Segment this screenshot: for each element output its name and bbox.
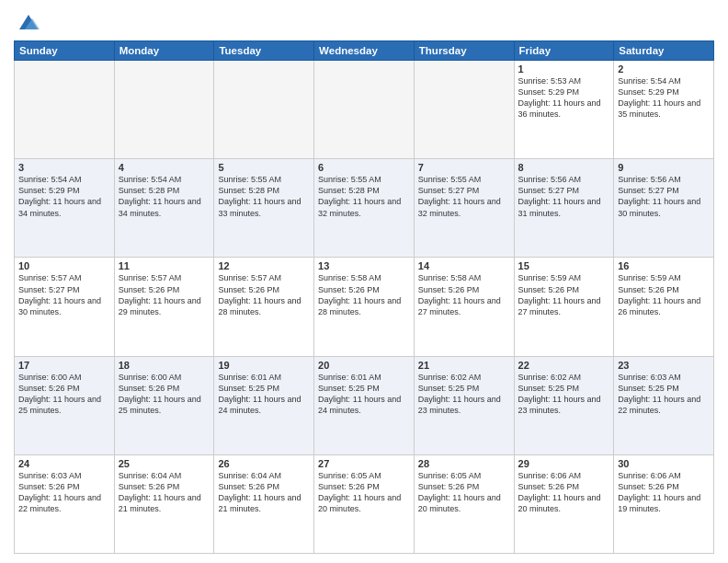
calendar-week-row: 17 Sunrise: 6:00 AM Sunset: 5:26 PM Dayl…: [15, 356, 714, 454]
daylight-label: Daylight: 11 hours and 35 minutes.: [618, 98, 700, 119]
day-number: 12: [218, 260, 310, 271]
day-info: Sunrise: 5:58 AM Sunset: 5:26 PM Dayligh…: [418, 272, 510, 317]
sunset-label: Sunset: 5:25 PM: [318, 384, 380, 393]
sunset-label: Sunset: 5:29 PM: [518, 87, 580, 97]
day-info: Sunrise: 6:02 AM Sunset: 5:25 PM Dayligh…: [418, 372, 510, 417]
header: [14, 9, 714, 35]
calendar-day-header: Tuesday: [214, 41, 314, 61]
daylight-label: Daylight: 11 hours and 23 minutes.: [518, 395, 601, 415]
daylight-label: Daylight: 11 hours and 25 minutes.: [119, 395, 201, 415]
day-info: Sunrise: 6:06 AM Sunset: 5:26 PM Dayligh…: [618, 470, 710, 515]
day-number: 4: [119, 162, 210, 173]
sunrise-label: Sunrise: 6:03 AM: [18, 471, 82, 480]
calendar-cell: 18 Sunrise: 6:00 AM Sunset: 5:26 PM Dayl…: [114, 356, 214, 454]
calendar-cell: 23 Sunrise: 6:03 AM Sunset: 5:25 PM Dayl…: [614, 356, 714, 454]
sunset-label: Sunset: 5:26 PM: [318, 482, 380, 491]
day-number: 15: [518, 260, 610, 271]
calendar-cell: 25 Sunrise: 6:04 AM Sunset: 5:26 PM Dayl…: [114, 454, 214, 553]
daylight-label: Daylight: 11 hours and 28 minutes.: [318, 296, 401, 316]
day-info: Sunrise: 6:03 AM Sunset: 5:25 PM Dayligh…: [618, 372, 710, 417]
day-number: 9: [618, 162, 710, 173]
page: SundayMondayTuesdayWednesdayThursdayFrid…: [0, 0, 728, 563]
sunset-label: Sunset: 5:27 PM: [618, 186, 679, 195]
sunset-label: Sunset: 5:25 PM: [218, 384, 279, 393]
daylight-label: Daylight: 11 hours and 22 minutes.: [18, 493, 101, 513]
daylight-label: Daylight: 11 hours and 20 minutes.: [518, 493, 601, 513]
sunrise-label: Sunrise: 6:00 AM: [18, 373, 82, 382]
daylight-label: Daylight: 11 hours and 26 minutes.: [618, 296, 700, 316]
sunrise-label: Sunrise: 5:57 AM: [218, 273, 281, 282]
day-info: Sunrise: 5:56 AM Sunset: 5:27 PM Dayligh…: [518, 174, 610, 219]
sunrise-label: Sunrise: 6:01 AM: [218, 373, 281, 382]
sunset-label: Sunset: 5:28 PM: [218, 186, 279, 195]
sunrise-label: Sunrise: 5:56 AM: [518, 175, 582, 184]
sunrise-label: Sunrise: 6:06 AM: [618, 471, 681, 480]
calendar-day-header: Monday: [114, 41, 214, 61]
daylight-label: Daylight: 11 hours and 32 minutes.: [418, 197, 501, 217]
day-number: 24: [18, 458, 110, 469]
sunrise-label: Sunrise: 6:04 AM: [119, 471, 182, 480]
day-info: Sunrise: 5:55 AM Sunset: 5:28 PM Dayligh…: [218, 174, 310, 219]
sunrise-label: Sunrise: 5:53 AM: [518, 76, 582, 86]
day-info: Sunrise: 6:00 AM Sunset: 5:26 PM Dayligh…: [18, 372, 110, 417]
calendar-cell: 4 Sunrise: 5:54 AM Sunset: 5:28 PM Dayli…: [114, 159, 214, 258]
calendar-cell: 20 Sunrise: 6:01 AM Sunset: 5:25 PM Dayl…: [314, 356, 415, 454]
day-info: Sunrise: 5:53 AM Sunset: 5:29 PM Dayligh…: [518, 75, 610, 121]
calendar-cell: 8 Sunrise: 5:56 AM Sunset: 5:27 PM Dayli…: [514, 159, 614, 258]
day-number: 20: [318, 360, 410, 371]
logo-icon: [16, 9, 41, 35]
daylight-label: Daylight: 11 hours and 24 minutes.: [218, 395, 301, 415]
sunset-label: Sunset: 5:25 PM: [418, 384, 480, 393]
day-number: 18: [119, 360, 210, 371]
calendar-cell: [114, 61, 214, 159]
calendar-cell: 1 Sunrise: 5:53 AM Sunset: 5:29 PM Dayli…: [514, 61, 614, 159]
sunset-label: Sunset: 5:26 PM: [18, 482, 80, 491]
calendar-day-header: Sunday: [15, 41, 115, 61]
day-number: 22: [518, 360, 610, 371]
daylight-label: Daylight: 11 hours and 25 minutes.: [18, 395, 101, 415]
daylight-label: Daylight: 11 hours and 21 minutes.: [218, 493, 301, 513]
daylight-label: Daylight: 11 hours and 31 minutes.: [518, 197, 601, 217]
day-info: Sunrise: 6:05 AM Sunset: 5:26 PM Dayligh…: [418, 470, 510, 515]
sunset-label: Sunset: 5:29 PM: [18, 186, 80, 195]
sunset-label: Sunset: 5:26 PM: [518, 482, 580, 491]
calendar-cell: 6 Sunrise: 5:55 AM Sunset: 5:28 PM Dayli…: [314, 159, 415, 258]
sunset-label: Sunset: 5:26 PM: [18, 384, 80, 393]
day-info: Sunrise: 5:59 AM Sunset: 5:26 PM Dayligh…: [518, 272, 610, 317]
daylight-label: Daylight: 11 hours and 32 minutes.: [318, 197, 401, 217]
calendar-week-row: 3 Sunrise: 5:54 AM Sunset: 5:29 PM Dayli…: [15, 159, 714, 258]
calendar-cell: [314, 61, 415, 159]
sunrise-label: Sunrise: 6:02 AM: [418, 373, 482, 382]
sunset-label: Sunset: 5:26 PM: [418, 285, 480, 294]
day-number: 5: [218, 162, 310, 173]
day-number: 25: [119, 458, 210, 469]
calendar-cell: 22 Sunrise: 6:02 AM Sunset: 5:25 PM Dayl…: [514, 356, 614, 454]
calendar-week-row: 1 Sunrise: 5:53 AM Sunset: 5:29 PM Dayli…: [15, 61, 714, 159]
day-info: Sunrise: 5:55 AM Sunset: 5:27 PM Dayligh…: [418, 174, 510, 219]
sunrise-label: Sunrise: 6:05 AM: [418, 471, 482, 480]
calendar-cell: [414, 61, 514, 159]
calendar-day-header: Wednesday: [314, 41, 415, 61]
calendar-cell: 26 Sunrise: 6:04 AM Sunset: 5:26 PM Dayl…: [214, 454, 314, 553]
day-info: Sunrise: 5:57 AM Sunset: 5:26 PM Dayligh…: [218, 272, 310, 317]
sunset-label: Sunset: 5:27 PM: [518, 186, 580, 195]
sunrise-label: Sunrise: 5:54 AM: [119, 175, 182, 184]
calendar-day-header: Friday: [514, 41, 614, 61]
day-number: 28: [418, 458, 510, 469]
daylight-label: Daylight: 11 hours and 30 minutes.: [618, 197, 700, 217]
sunrise-label: Sunrise: 6:03 AM: [618, 373, 681, 382]
sunrise-label: Sunrise: 6:00 AM: [119, 373, 182, 382]
day-number: 14: [418, 260, 510, 271]
daylight-label: Daylight: 11 hours and 27 minutes.: [418, 296, 501, 316]
daylight-label: Daylight: 11 hours and 33 minutes.: [218, 197, 301, 217]
sunset-label: Sunset: 5:26 PM: [618, 482, 679, 491]
day-info: Sunrise: 6:05 AM Sunset: 5:26 PM Dayligh…: [318, 470, 410, 515]
day-number: 3: [18, 162, 110, 173]
day-number: 19: [218, 360, 310, 371]
calendar-cell: [15, 61, 115, 159]
calendar-cell: 11 Sunrise: 5:57 AM Sunset: 5:26 PM Dayl…: [114, 258, 214, 356]
calendar-cell: 3 Sunrise: 5:54 AM Sunset: 5:29 PM Dayli…: [15, 159, 115, 258]
sunset-label: Sunset: 5:28 PM: [119, 186, 180, 195]
daylight-label: Daylight: 11 hours and 34 minutes.: [18, 197, 101, 217]
sunset-label: Sunset: 5:26 PM: [119, 384, 180, 393]
